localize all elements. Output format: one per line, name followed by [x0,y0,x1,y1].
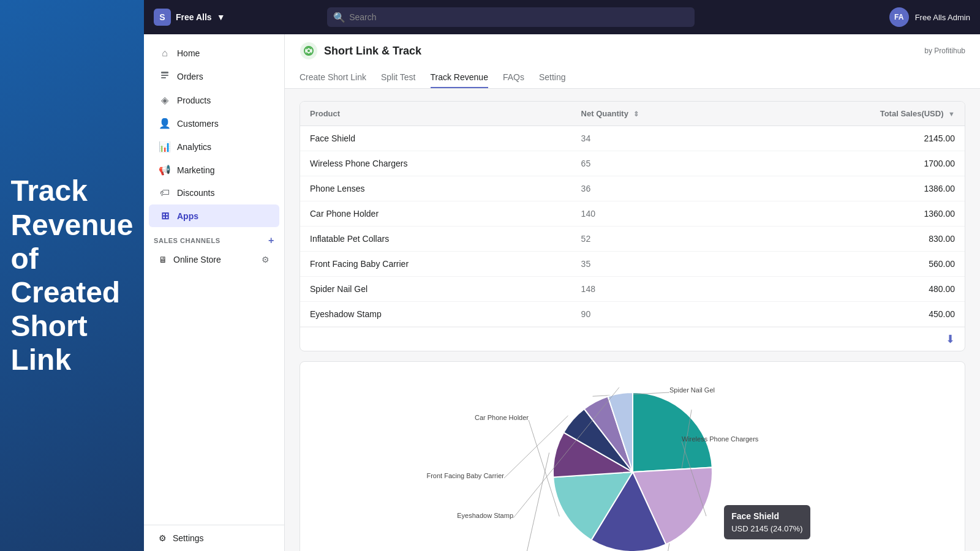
download-area: ⬇ [300,327,965,351]
cell-qty: 148 [571,277,748,302]
sidebar-item-products[interactable]: ◈ Products [149,89,279,111]
products-icon: ◈ [159,94,171,106]
cell-product: Eyeshadow Stamp [300,302,571,327]
customers-icon: 👤 [159,118,171,129]
tabs-container: Create Short Link Split Test Track Reven… [300,67,965,88]
cell-qty: 36 [571,176,748,201]
sidebar-section-sales: SALES CHANNELS + [144,228,284,249]
sales-channels-label: SALES CHANNELS [154,237,221,244]
cell-product: Front Facing Baby Carrier [300,252,571,277]
cell-sales: 830.00 [748,227,965,252]
cell-sales: 480.00 [748,277,965,302]
sidebar-item-customers[interactable]: 👤 Customers [149,112,279,135]
sidebar-label-marketing: Marketing [177,165,214,175]
download-icon[interactable]: ⬇ [946,332,955,346]
col-header-product[interactable]: Product [300,102,571,126]
pie-label-text: Wireless Phone Chargers [682,435,759,443]
pie-chart-svg: Face ShieldWireless Phone ChargersPhone … [504,374,761,551]
pie-label-text: Eyeshadow Stamp [457,512,513,519]
svg-rect-1 [161,75,168,76]
store-logo-icon: S [154,9,171,26]
pie-label-text: Front Facing Baby Carrier [426,472,504,479]
cell-qty: 34 [571,126,748,151]
hero-text-panel: TrackRevenueofCreatedShortLink [0,0,144,551]
table-row: Wireless Phone Chargers 65 1700.00 [300,151,965,176]
pie-chart-container: Face ShieldWireless Phone ChargersPhone … [300,361,965,551]
online-store-icon: 🖥 [159,255,167,264]
hero-heading: TrackRevenueofCreatedShortLink [10,174,133,377]
table-row: Car Phone Holder 140 1360.00 [300,201,965,227]
cell-product: Phone Lenses [300,176,571,201]
user-area: FA Free Alls Admin [889,7,970,27]
sidebar: ⌂ Home Orders ◈ Products 👤 Customers 📊 A… [144,34,285,551]
pie-label-text: Car Phone Holder [474,414,528,421]
tab-split-test[interactable]: Split Test [381,67,416,88]
sidebar-item-analytics[interactable]: 📊 Analytics [149,135,279,158]
online-store-settings-icon[interactable]: ⚙ [262,255,270,264]
tab-setting[interactable]: Setting [539,67,566,88]
sidebar-item-marketing[interactable]: 📢 Marketing [149,159,279,181]
discounts-icon: 🏷 [159,187,171,198]
search-icon: 🔍 [333,12,345,23]
cell-qty: 140 [571,201,748,227]
table-row: Eyeshadow Stamp 90 450.00 [300,302,965,327]
content-area: ⌂ Home Orders ◈ Products 👤 Customers 📊 A… [144,34,980,551]
svg-rect-0 [161,72,168,73]
revenue-table: Product Net Quantity ⇕ Total Sales(USD) … [300,102,965,327]
cell-product: Face Shield [300,126,571,151]
table-header-row: Product Net Quantity ⇕ Total Sales(USD) … [300,102,965,126]
sidebar-label-products: Products [177,96,211,105]
table-row: Inflatable Pet Collars 52 830.00 [300,227,965,252]
tab-create-short-link[interactable]: Create Short Link [300,67,366,88]
sort-icon-sales: ▼ [948,110,955,118]
cell-sales: 450.00 [748,302,965,327]
settings-icon: ⚙ [159,533,167,543]
top-nav: S Free Alls ▼ 🔍 FA Free Alls Admin [144,0,980,34]
app-logo-icon [300,42,318,60]
pie-label-text: Spider Nail Gel [669,386,715,394]
col-header-total-sales[interactable]: Total Sales(USD) ▼ [748,102,965,126]
app-title: Short Link & Track [300,42,421,60]
sidebar-label-discounts: Discounts [177,188,214,198]
cell-sales: 1700.00 [748,151,965,176]
col-header-net-qty[interactable]: Net Quantity ⇕ [571,102,748,126]
pie-slice [633,392,712,472]
sidebar-item-online-store[interactable]: 🖥 Online Store ⚙ [149,249,279,270]
data-table-card: Product Net Quantity ⇕ Total Sales(USD) … [300,101,965,351]
cell-sales: 2145.00 [748,126,965,151]
cell-product: Inflatable Pet Collars [300,227,571,252]
table-row: Phone Lenses 36 1386.00 [300,176,965,201]
sort-icon-qty: ⇕ [633,110,639,118]
cell-sales: 560.00 [748,252,965,277]
tab-track-revenue[interactable]: Track Revenue [431,67,488,88]
home-icon: ⌂ [159,48,171,59]
analytics-icon: 📊 [159,141,171,152]
add-channel-icon[interactable]: + [268,235,274,246]
table-row: Face Shield 34 2145.00 [300,126,965,151]
orders-icon [159,70,171,83]
pie-label-line [526,452,549,551]
cell-sales: 1386.00 [748,176,965,201]
svg-point-4 [307,50,310,52]
sidebar-label-customers: Customers [177,119,219,129]
cell-product: Spider Nail Gel [300,277,571,302]
store-dropdown-icon[interactable]: ▼ [217,12,225,22]
cell-product: Wireless Phone Chargers [300,151,571,176]
main-header: Short Link & Track by Profitihub Create … [285,34,980,89]
sidebar-item-home[interactable]: ⌂ Home [149,42,279,64]
store-logo[interactable]: S Free Alls ▼ [154,9,225,26]
cell-qty: 90 [571,302,748,327]
search-input[interactable] [327,7,695,27]
pie-chart-wrapper: Face ShieldWireless Phone ChargersPhone … [504,374,761,551]
avatar[interactable]: FA [889,7,909,27]
settings-nav-item[interactable]: ⚙ Settings [149,528,279,549]
svg-rect-2 [161,77,166,78]
sidebar-item-discounts[interactable]: 🏷 Discounts [149,182,279,204]
store-name: Free Alls [176,12,212,22]
sidebar-item-orders[interactable]: Orders [149,65,279,88]
sidebar-item-apps[interactable]: ⊞ Apps [149,204,279,227]
app-title-text: Short Link & Track [324,45,421,58]
main-panel: Short Link & Track by Profitihub Create … [285,34,980,551]
table-row: Spider Nail Gel 148 480.00 [300,277,965,302]
tab-faqs[interactable]: FAQs [503,67,524,88]
